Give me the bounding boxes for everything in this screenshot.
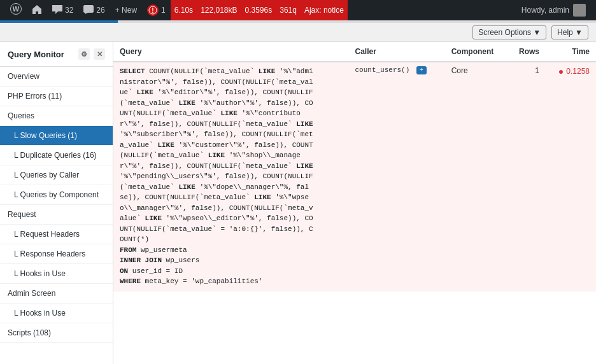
sidebar-item-slow-queries: L Slow Queries (1): [0, 126, 113, 146]
messages-item[interactable]: 26: [78, 0, 110, 20]
component-cell: Core: [445, 62, 508, 291]
sidebar-link-overview[interactable]: Overview: [0, 67, 113, 86]
home-item[interactable]: [27, 0, 47, 20]
sidebar-item-queries-by-caller: L Queries by Caller: [0, 165, 113, 185]
sidebar-section-scripts: Scripts (108): [0, 323, 113, 343]
time-value: 0.1258: [566, 67, 590, 76]
rows-value: 1: [535, 66, 539, 75]
perf-query-time[interactable]: 0.3596s: [241, 0, 276, 20]
svg-text:W: W: [13, 5, 20, 13]
sidebar-item-queries: Queries: [0, 106, 113, 126]
new-item[interactable]: + New: [110, 0, 142, 20]
wp-logo-icon: W: [10, 3, 22, 18]
help-label: Help ▼: [557, 28, 583, 37]
comments-item[interactable]: 32: [47, 0, 78, 20]
home-icon: [32, 4, 42, 17]
comments-count: 32: [65, 6, 73, 15]
howdy-text: Howdy, admin: [522, 6, 569, 15]
col-header-component: Component: [445, 42, 508, 62]
perf-memory[interactable]: 122,018kB: [197, 0, 241, 20]
settings-icon[interactable]: ⚙: [78, 48, 90, 60]
wp-logo-item[interactable]: W: [5, 0, 27, 20]
query-cell: SELECT COUNT(NULLIF(`meta_value` LIKE '%…: [113, 62, 349, 291]
col-header-time: Time: [546, 42, 596, 62]
admin-bar: W 32 26 + New ! 1 6.10s 122,018kB: [0, 0, 596, 20]
sidebar-item-overview: Overview: [0, 67, 113, 87]
screen-options-bar: Screen Options ▼ Help ▼: [0, 23, 596, 42]
table-row: SELECT COUNT(NULLIF(`meta_value` LIKE '%…: [113, 62, 596, 291]
qm-title-icons: ⚙ ✕: [78, 48, 105, 60]
sidebar-item-php-errors: PHP Errors (11): [0, 87, 113, 106]
sidebar-link-scripts[interactable]: Scripts (108): [0, 323, 113, 342]
sidebar-item-response-headers: L Response Headers: [0, 244, 113, 264]
caller-name: count_users(): [355, 66, 410, 74]
time-error-icon: ●: [558, 66, 564, 76]
time-cell: ● 0.1258: [546, 62, 596, 291]
sidebar-link-response-headers[interactable]: L Response Headers: [0, 244, 113, 263]
sidebar: Query Monitor ⚙ ✕ Overview PHP Errors (1…: [0, 42, 113, 364]
sidebar-link-admin-screen[interactable]: Admin Screen: [0, 284, 113, 303]
sidebar-section-admin-screen: Admin Screen: [0, 284, 113, 304]
howdy-item[interactable]: Howdy, admin: [516, 4, 591, 17]
messages-count: 26: [96, 6, 104, 15]
comments-icon: [52, 5, 62, 16]
sidebar-link-queries[interactable]: Queries: [0, 106, 113, 125]
sidebar-item-queries-by-component: L Queries by Component: [0, 185, 113, 205]
query-text: SELECT COUNT(NULLIF(`meta_value` LIKE '%…: [120, 67, 313, 285]
new-label: + New: [115, 6, 137, 15]
content-area: Query Caller Component Rows Time SELECT …: [113, 42, 596, 364]
sidebar-item-hooks-in-use-1: L Hooks in Use: [0, 264, 113, 284]
qm-title-text: Query Monitor: [8, 50, 64, 59]
sidebar-link-request-headers[interactable]: L Request Headers: [0, 225, 113, 244]
progress-bar-fill: [0, 20, 118, 23]
sidebar-item-duplicate-queries: L Duplicate Queries (16): [0, 146, 113, 165]
caller-cell: count_users() +: [349, 62, 445, 291]
sidebar-link-slow-queries[interactable]: L Slow Queries (1): [0, 126, 113, 145]
progress-bar: [0, 20, 596, 23]
sidebar-section-request: Request: [0, 205, 113, 225]
screen-options-label: Screen Options ▼: [478, 28, 541, 37]
query-table: Query Caller Component Rows Time SELECT …: [113, 42, 596, 291]
close-icon[interactable]: ✕: [94, 48, 105, 60]
perf-bar: 6.10s 122,018kB 0.3596s 361q Ajax: notic…: [171, 0, 348, 20]
sidebar-link-request[interactable]: Request: [0, 205, 113, 224]
col-header-rows: Rows: [508, 42, 546, 62]
sidebar-item-hooks-in-use-2: L Hooks in Use: [0, 304, 113, 323]
sidebar-link-queries-by-caller[interactable]: L Queries by Caller: [0, 165, 113, 185]
perf-ajax[interactable]: Ajax: notice: [301, 0, 348, 20]
sidebar-link-hooks-in-use-2[interactable]: L Hooks in Use: [0, 304, 113, 323]
sidebar-item-request-headers: L Request Headers: [0, 225, 113, 244]
screen-options-button[interactable]: Screen Options ▼: [472, 25, 546, 39]
qm-title-bar: Query Monitor ⚙ ✕: [0, 42, 113, 67]
rows-cell: 1: [508, 62, 546, 291]
plugin-count: 1: [161, 6, 166, 15]
plugin-icon: !: [147, 4, 159, 16]
svg-text:!: !: [152, 7, 153, 14]
sidebar-link-duplicate-queries[interactable]: L Duplicate Queries (16): [0, 146, 113, 165]
component-name: Core: [451, 66, 468, 75]
sidebar-nav: Overview PHP Errors (11) Queries L Slow …: [0, 67, 113, 343]
help-button[interactable]: Help ▼: [551, 25, 588, 39]
caller-expand-button[interactable]: +: [416, 66, 427, 74]
col-header-caller: Caller: [349, 42, 445, 62]
sidebar-link-php-errors[interactable]: PHP Errors (11): [0, 87, 113, 106]
perf-query-count[interactable]: 361q: [276, 0, 301, 20]
sidebar-link-queries-by-component[interactable]: L Queries by Component: [0, 185, 113, 204]
sidebar-link-hooks-in-use-1[interactable]: L Hooks in Use: [0, 264, 113, 283]
avatar: [573, 4, 586, 17]
messages-icon: [83, 5, 94, 16]
perf-time[interactable]: 6.10s: [171, 0, 197, 20]
main-layout: Query Monitor ⚙ ✕ Overview PHP Errors (1…: [0, 42, 596, 364]
col-header-query: Query: [113, 42, 349, 62]
plugin-item[interactable]: ! 1: [142, 0, 171, 20]
table-header-row: Query Caller Component Rows Time: [113, 42, 596, 62]
